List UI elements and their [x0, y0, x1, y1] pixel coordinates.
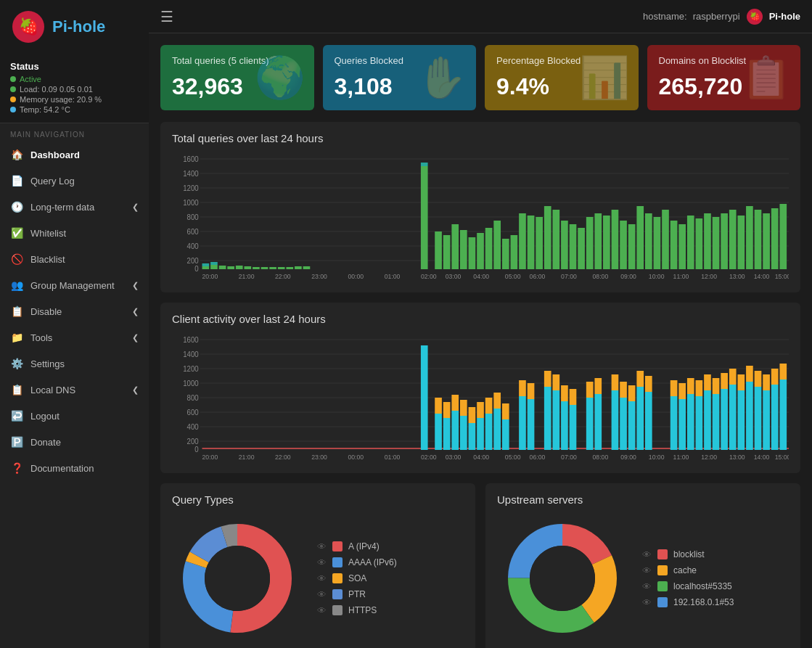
- svg-rect-182: [755, 387, 762, 450]
- svg-rect-51: [544, 206, 551, 269]
- svg-rect-79: [779, 204, 787, 269]
- sidebar-item-blacklist[interactable]: 🚫 Blacklist: [0, 246, 149, 272]
- svg-text:0: 0: [194, 265, 199, 273]
- legend-label: A (IPv4): [348, 541, 380, 551]
- legend-eye[interactable]: 👁: [642, 565, 652, 576]
- topbar-right: hostname: raspberrypi 🍓 Pi-hole: [643, 8, 800, 25]
- legend-eye[interactable]: 👁: [642, 581, 652, 592]
- svg-text:20:00: 20:00: [202, 273, 218, 280]
- legend-eye[interactable]: 👁: [642, 549, 652, 560]
- legend-item-ptr: 👁 PTR: [317, 589, 397, 600]
- svg-rect-178: [737, 390, 745, 450]
- legend-eye[interactable]: 👁: [317, 605, 327, 616]
- svg-rect-43: [477, 233, 484, 269]
- sidebar-item-donate[interactable]: 🅿️ Donate: [0, 429, 149, 455]
- total-queries-chart-panel: Total queries over last 24 hours 1600 14…: [160, 122, 800, 292]
- status-load: Load: 0.09 0.05 0.01: [20, 85, 93, 94]
- stat-icon-domains-blocklist: 📋: [741, 54, 792, 102]
- svg-rect-53: [561, 221, 568, 269]
- svg-rect-26: [244, 266, 251, 269]
- svg-text:00:00: 00:00: [348, 454, 364, 461]
- svg-text:1600: 1600: [183, 155, 199, 163]
- svg-text:01:00: 01:00: [385, 273, 401, 280]
- client-activity-chart-title: Client activity over last 24 hours: [172, 313, 789, 325]
- svg-text:08:00: 08:00: [593, 273, 609, 280]
- sidebar-item-logout[interactable]: ↩️ Logout: [0, 403, 149, 429]
- stat-card-total-queries: Total queries (5 clients) 32,963 🌍: [160, 45, 314, 110]
- svg-rect-28: [261, 267, 268, 269]
- query-types-donut: [172, 513, 303, 644]
- legend-color: [332, 605, 343, 615]
- legend-eye[interactable]: 👁: [317, 573, 327, 584]
- svg-rect-136: [519, 396, 526, 450]
- svg-rect-142: [552, 390, 559, 450]
- svg-text:15:00: 15:00: [775, 454, 789, 461]
- sidebar-item-dashboard[interactable]: 🏠 Dashboard: [0, 142, 149, 168]
- sidebar-item-group-management[interactable]: 👥 Group Management ❮: [0, 272, 149, 298]
- svg-rect-22: [210, 265, 218, 269]
- svg-rect-32: [295, 266, 302, 269]
- logout-icon: ↩️: [10, 410, 23, 422]
- svg-rect-186: [771, 385, 779, 450]
- svg-rect-67: [678, 224, 686, 269]
- svg-rect-54: [570, 224, 577, 269]
- status-active-label: Active: [20, 75, 41, 83]
- svg-rect-125: [460, 400, 467, 416]
- stat-icon-percentage-blocked: 📊: [579, 54, 630, 102]
- legend-eye[interactable]: 👁: [317, 589, 327, 600]
- svg-rect-181: [746, 366, 753, 382]
- legend-color: [657, 565, 668, 575]
- upstream-servers-donut: [497, 513, 628, 644]
- svg-rect-134: [502, 419, 509, 450]
- legend-eye[interactable]: 👁: [317, 557, 327, 568]
- svg-rect-74: [737, 216, 745, 269]
- sidebar-item-local-dns[interactable]: 📋 Local DNS ❮: [0, 377, 149, 403]
- sidebar-item-tools[interactable]: 📁 Tools ❮: [0, 324, 149, 350]
- svg-text:14:00: 14:00: [754, 273, 770, 280]
- svg-text:07:00: 07:00: [561, 454, 577, 461]
- svg-rect-77: [763, 213, 770, 269]
- svg-rect-154: [620, 398, 627, 450]
- sidebar-item-settings[interactable]: ⚙️ Settings: [0, 350, 149, 377]
- svg-rect-29: [269, 267, 276, 269]
- sidebar-item-long-term-data[interactable]: 🕐 Long-term data ❮: [0, 194, 149, 220]
- svg-rect-135: [502, 403, 509, 419]
- sidebar-item-documentation[interactable]: ❓ Documentation: [0, 455, 149, 481]
- tools-icon: 📁: [10, 332, 23, 343]
- svg-rect-124: [460, 416, 467, 450]
- blacklist-label: Blacklist: [30, 254, 65, 265]
- settings-icon: ⚙️: [10, 358, 23, 369]
- total-queries-svg: 1600 1400 1200 1000 800 600 400 200 0: [172, 152, 789, 282]
- legend-item-soa: 👁 SOA: [317, 573, 397, 584]
- stat-card-percentage-blocked: Percentage Blocked 9.4% 📊: [485, 45, 639, 110]
- svg-text:1400: 1400: [183, 170, 199, 178]
- legend-label: blocklist: [673, 549, 705, 559]
- local-dns-label: Local DNS: [30, 385, 75, 395]
- svg-rect-65: [662, 210, 669, 269]
- svg-text:08:00: 08:00: [593, 454, 609, 461]
- svg-rect-184: [763, 390, 770, 450]
- svg-text:07:00: 07:00: [561, 273, 577, 280]
- sidebar-item-query-log[interactable]: 📄 Query Log: [0, 168, 149, 194]
- svg-text:21:00: 21:00: [239, 273, 255, 280]
- svg-rect-69: [696, 218, 703, 269]
- svg-text:06:00: 06:00: [530, 273, 546, 280]
- donate-icon: 🅿️: [10, 436, 23, 448]
- svg-rect-71: [713, 217, 720, 269]
- sidebar-logo: 🍓 Pi-hole: [0, 0, 149, 54]
- svg-rect-30: [278, 267, 285, 269]
- sidebar-item-disable[interactable]: 📋 Disable ❮: [0, 298, 149, 324]
- legend-label: cache: [673, 565, 697, 575]
- svg-text:15:00: 15:00: [775, 273, 789, 280]
- legend-color: [332, 573, 343, 583]
- svg-rect-185: [763, 374, 770, 390]
- sidebar-item-whitelist[interactable]: ✅ Whitelist: [0, 220, 149, 246]
- sidebar: 🍓 Pi-hole Status Active Load: 0.09 0.05 …: [0, 0, 149, 648]
- legend-eye[interactable]: 👁: [642, 597, 652, 608]
- legend-label: 192.168.0.1#53: [673, 597, 734, 607]
- legend-eye[interactable]: 👁: [317, 541, 327, 552]
- hamburger-menu[interactable]: ☰: [160, 8, 173, 25]
- svg-text:22:00: 22:00: [275, 454, 291, 461]
- stat-card-domains-blocklist: Domains on Blocklist 265,720 📋: [647, 45, 801, 110]
- legend-label: PTR: [348, 589, 366, 599]
